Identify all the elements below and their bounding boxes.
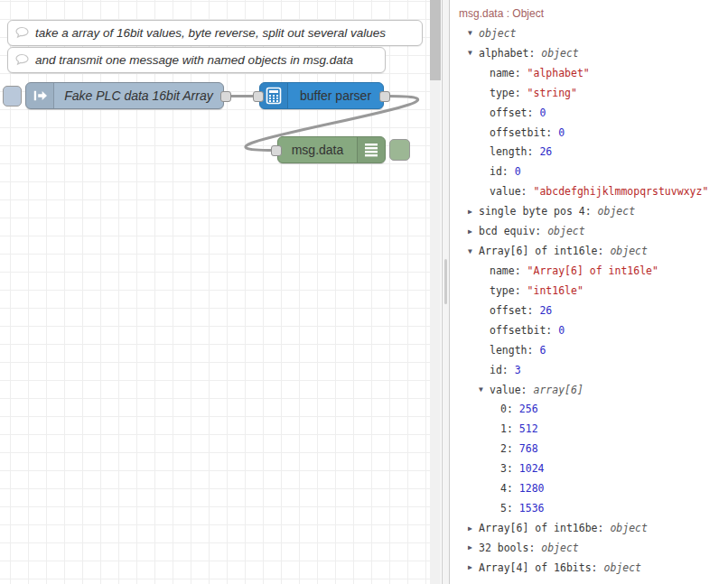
calculator-icon: [260, 83, 288, 108]
debug-tree-row: 4: 1280: [451, 478, 728, 498]
tree-value: object: [541, 542, 579, 554]
collapse-arrow-icon[interactable]: ▼: [479, 385, 490, 394]
tree-value: object: [547, 225, 585, 237]
debug-tree-row[interactable]: ▼Array[6] of int16le: object: [451, 241, 728, 261]
tree-key: name:: [490, 67, 527, 79]
comment-label: and transmit one message with named obje…: [35, 53, 353, 67]
tree-key: name:: [490, 264, 527, 277]
debug-list-icon: [357, 137, 385, 162]
comment-node-2[interactable]: and transmit one message with named obje…: [7, 47, 386, 73]
comment-label: take a array of 16bit values, byte rever…: [35, 26, 386, 40]
tree-key: offsetbit:: [490, 126, 558, 139]
debug-tree-row: 3: 1024: [451, 459, 728, 478]
expand-arrow-icon[interactable]: ▶: [468, 524, 479, 533]
tree-value: "int16le": [527, 284, 583, 297]
tree-key: length:: [490, 145, 539, 158]
inject-arrow-icon: [26, 83, 54, 108]
tree-value: 256: [519, 403, 538, 415]
tree-value: "Array[6] of int16le": [527, 264, 658, 277]
debug-input-port[interactable]: [271, 145, 282, 156]
debug-tree-row: offset: 0: [451, 103, 728, 123]
inject-node[interactable]: Fake PLC data 16bit Array: [25, 82, 224, 109]
tree-key: bcd equiv:: [479, 225, 547, 237]
expand-arrow-icon[interactable]: ▶: [468, 227, 479, 236]
debug-tree-row[interactable]: ▼object: [451, 23, 728, 43]
tree-key: id:: [490, 165, 515, 178]
expand-arrow-icon[interactable]: ▶: [468, 208, 479, 216]
node-red-window: take a array of 16bit values, byte rever…: [0, 0, 728, 584]
debug-tree-row[interactable]: ▶bcd equiv: object: [451, 221, 728, 241]
buffer-parser-label: buffer parser: [288, 88, 383, 103]
tree-key: Array[6] of int16le:: [479, 245, 610, 257]
debug-message-path[interactable]: msg.data : Object: [459, 7, 544, 20]
tree-key: 32 bools:: [479, 542, 541, 554]
tree-key: offsetbit:: [490, 324, 558, 337]
tree-key: single byte pos 4:: [479, 205, 598, 218]
tree-value: object: [603, 561, 641, 574]
debug-tree-row: value: "abcdefghijklmmopqrstuvwxyz": [451, 181, 728, 201]
tree-key: 3:: [500, 462, 519, 475]
debug-tree-row: 1: 512: [451, 419, 728, 439]
debug-node[interactable]: msg.data: [277, 136, 386, 163]
debug-tree-row: name: "Array[6] of int16le": [451, 261, 728, 281]
parser-input-port[interactable]: [253, 91, 264, 102]
parser-output-port[interactable]: [379, 91, 390, 102]
debug-sidebar: msg.data : Object ▼object▼alphabet: obje…: [451, 0, 728, 584]
tree-value: 0: [558, 324, 565, 337]
tree-value: object: [541, 47, 579, 60]
tree-key: type:: [490, 87, 527, 99]
tree-value: 26: [539, 145, 552, 158]
tree-value: 3: [515, 364, 521, 376]
buffer-parser-node[interactable]: buffer parser: [259, 82, 384, 109]
tree-key: 4:: [500, 482, 519, 495]
tree-key: type:: [490, 284, 527, 297]
tree-value: "string": [527, 87, 577, 99]
tree-value: object: [479, 27, 517, 40]
debug-node-label: msg.data: [278, 143, 357, 157]
expand-arrow-icon[interactable]: ▶: [468, 563, 479, 571]
debug-tree-row[interactable]: ▶32 bools: object: [451, 538, 728, 558]
tree-value: 26: [539, 304, 552, 317]
expand-arrow-icon[interactable]: ▶: [468, 543, 479, 552]
inject-output-port[interactable]: [220, 91, 231, 102]
inject-trigger-button[interactable]: [3, 86, 22, 107]
separator-grip-handle[interactable]: [444, 259, 447, 304]
tree-value: 1024: [519, 462, 545, 475]
tree-value: object: [598, 205, 636, 218]
debug-tree-row: offset: 26: [451, 301, 728, 320]
tree-key: length:: [490, 344, 539, 357]
debug-tree-row[interactable]: ▶Array[6] of int16be: object: [451, 518, 728, 538]
debug-toggle-button[interactable]: [389, 139, 410, 161]
tree-value: 6: [539, 344, 546, 357]
debug-tree-row: 2: 768: [451, 439, 728, 459]
debug-tree-row: name: "alphabet": [451, 63, 728, 83]
tree-key: 2:: [500, 442, 519, 455]
tree-value: 1536: [519, 502, 545, 514]
tree-value: "alphabet": [527, 67, 590, 79]
comment-node-1[interactable]: take a array of 16bit values, byte rever…: [7, 20, 423, 46]
debug-tree-row[interactable]: ▶single byte pos 4: object: [451, 201, 728, 221]
debug-tree-row: length: 26: [451, 143, 728, 162]
debug-tree-row: id: 0: [451, 162, 728, 181]
collapse-arrow-icon[interactable]: ▼: [468, 29, 479, 37]
tree-key: alphabet:: [479, 47, 541, 60]
tree-key: offset:: [490, 107, 539, 119]
sidebar-separator[interactable]: [442, 0, 450, 584]
comment-bubble-icon: [8, 26, 35, 40]
flow-canvas[interactable]: take a array of 16bit values, byte rever…: [0, 0, 430, 584]
tree-value: 0: [515, 165, 521, 178]
debug-tree-row[interactable]: ▼alphabet: object: [451, 43, 728, 63]
collapse-arrow-icon[interactable]: ▼: [468, 49, 479, 57]
debug-tree-row: offsetbit: 0: [451, 320, 728, 340]
tree-value: object: [610, 522, 648, 534]
tree-key: 0:: [500, 403, 519, 415]
tree-value: array[6]: [533, 384, 583, 396]
debug-tree-row[interactable]: ▼value: array[6]: [451, 380, 728, 400]
collapse-arrow-icon[interactable]: ▼: [468, 247, 479, 255]
comment-bubble-icon: [8, 53, 35, 67]
canvas-scrollbar-thumb[interactable]: [430, 0, 441, 80]
canvas-scrollbar-track[interactable]: [430, 0, 441, 584]
debug-tree-row: type: "string": [451, 83, 728, 103]
debug-tree-row[interactable]: ▶Array[4] of 16bits: object: [451, 558, 728, 578]
inject-node-label: Fake PLC data 16bit Array: [54, 88, 223, 103]
